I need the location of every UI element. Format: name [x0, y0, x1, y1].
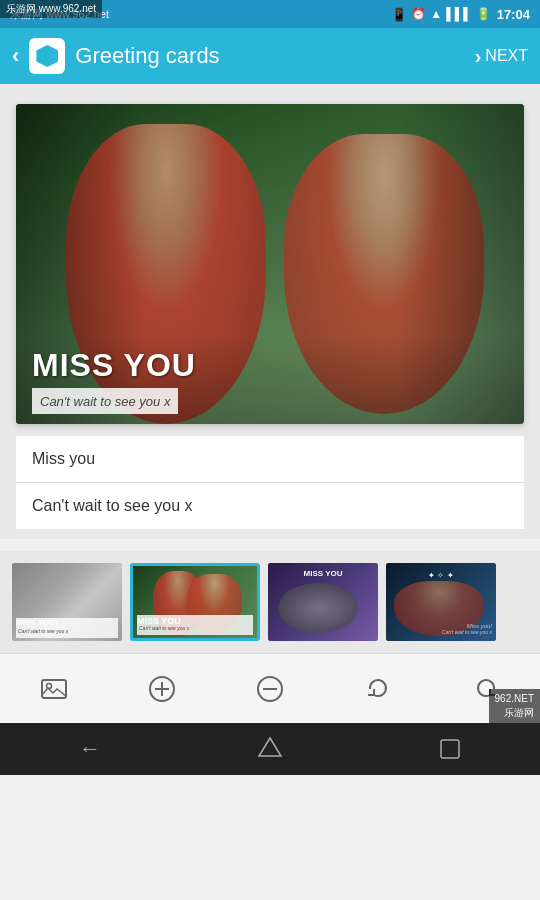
app-icon-shape [36, 45, 58, 67]
app-icon [29, 38, 65, 74]
watermark-bottom-text: 962.NET乐游网 [495, 692, 534, 720]
remove-button[interactable] [248, 667, 292, 711]
thumb1-subtext: Can't wait to see you x [18, 628, 68, 634]
thumb4-bg: ✦ ✧ ✦ Miss you!Can't wait to see you x [386, 563, 496, 641]
card-image: MISS YOU Can't wait to see you x [16, 104, 524, 424]
main-content: MISS YOU Can't wait to see you x [0, 84, 540, 539]
nav-home-button[interactable] [240, 727, 300, 771]
nav-recent-icon [438, 737, 462, 761]
add-icon [148, 675, 176, 703]
title-input[interactable] [16, 436, 524, 483]
battery-icon: 🔋 [476, 7, 491, 21]
phone-icon: 📱 [391, 7, 407, 22]
thumb1-bg: Miss you! Can't wait to see you x [12, 563, 122, 641]
status-icons: 📱 ⏰ ▲ ▌▌▌ 🔋 [391, 7, 490, 22]
nav-home-icon [257, 736, 283, 762]
nav-bar: ← [0, 723, 540, 775]
thumbnail-strip: Miss you! Can't wait to see you x MISS Y… [0, 551, 540, 653]
nav-back-button[interactable]: ← [60, 727, 120, 771]
gallery-icon [40, 675, 68, 703]
remove-icon [256, 675, 284, 703]
thumbnail-4[interactable]: ✦ ✧ ✦ Miss you!Can't wait to see you x [386, 563, 496, 641]
card-subtitle-box: Can't wait to see you x [32, 388, 178, 414]
next-label: NEXT [485, 47, 528, 65]
thumbnail-2[interactable]: MISS YOU Can't wait to see you x [130, 563, 260, 641]
thumb3-subject [278, 583, 358, 633]
app-bar: ‹ Greeting cards › NEXT [0, 28, 540, 84]
thumbnail-3[interactable]: MISS YOU [268, 563, 378, 641]
back-button[interactable]: ‹ [12, 43, 19, 69]
svg-rect-0 [42, 680, 66, 698]
alarm-icon: ⏰ [411, 7, 426, 21]
thumb2-sub-box: Can't wait to see you x [137, 615, 253, 635]
next-button[interactable]: › NEXT [475, 45, 528, 68]
thumbnail-1[interactable]: Miss you! Can't wait to see you x [12, 563, 122, 641]
thumb4-text: Miss you!Can't wait to see you x [442, 623, 492, 635]
input-section [16, 436, 524, 529]
nav-recent-button[interactable] [420, 727, 480, 771]
signal-icon: ▌▌▌ [446, 7, 472, 21]
app-title: Greeting cards [75, 43, 219, 69]
thumb3-bg: MISS YOU [268, 563, 378, 641]
thumb2-subtext: Can't wait to see you x [139, 625, 189, 631]
rotate-button[interactable] [356, 667, 400, 711]
wifi-icon: ▲ [430, 7, 442, 21]
card-subtitle: Can't wait to see you x [40, 394, 170, 409]
thumb2-bg: MISS YOU Can't wait to see you x [133, 566, 257, 638]
watermark-bottom: 962.NET乐游网 [489, 689, 540, 723]
app-bar-left: ‹ Greeting cards [12, 38, 220, 74]
card-preview: MISS YOU Can't wait to see you x [16, 104, 524, 424]
subtitle-input[interactable] [16, 483, 524, 529]
stars-icon: ✦ ✧ ✦ [386, 571, 496, 580]
rotate-icon [364, 675, 392, 703]
status-time: 17:04 [497, 7, 530, 22]
card-text-overlay: MISS YOU Can't wait to see you x [16, 335, 524, 424]
gallery-button[interactable] [32, 667, 76, 711]
add-button[interactable] [140, 667, 184, 711]
nav-back-icon: ← [79, 736, 101, 762]
bottom-toolbar [0, 653, 540, 723]
thumb3-miss-text: MISS YOU [272, 569, 374, 578]
next-chevron-icon: › [475, 45, 482, 68]
card-title: MISS YOU [32, 347, 508, 384]
status-bar-right: 📱 ⏰ ▲ ▌▌▌ 🔋 17:04 [391, 7, 530, 22]
svg-rect-8 [441, 740, 459, 758]
watermark-top: 乐游网 www.962.net [0, 0, 102, 18]
thumb1-sub: Can't wait to see you x [16, 618, 118, 638]
page-wrapper: 乐游网 www.962.net 📱 ⏰ ▲ ▌▌▌ 🔋 17:04 ‹ [0, 0, 540, 775]
svg-marker-7 [259, 738, 281, 756]
